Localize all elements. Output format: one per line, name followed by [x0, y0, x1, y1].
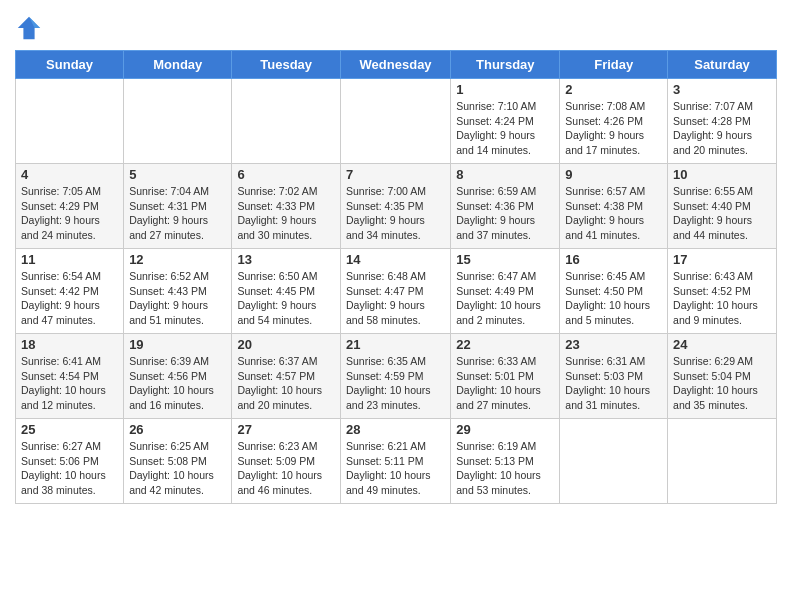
calendar-week-row: 4Sunrise: 7:05 AMSunset: 4:29 PMDaylight… — [16, 164, 777, 249]
day-info: Sunrise: 6:43 AMSunset: 4:52 PMDaylight:… — [673, 269, 771, 328]
day-info: Sunrise: 7:10 AMSunset: 4:24 PMDaylight:… — [456, 99, 554, 158]
day-number: 28 — [346, 422, 445, 437]
day-info: Sunrise: 7:00 AMSunset: 4:35 PMDaylight:… — [346, 184, 445, 243]
weekday-header: Wednesday — [340, 51, 450, 79]
day-number: 20 — [237, 337, 335, 352]
calendar-cell: 10Sunrise: 6:55 AMSunset: 4:40 PMDayligh… — [668, 164, 777, 249]
calendar-cell: 13Sunrise: 6:50 AMSunset: 4:45 PMDayligh… — [232, 249, 341, 334]
calendar-cell: 23Sunrise: 6:31 AMSunset: 5:03 PMDayligh… — [560, 334, 668, 419]
calendar-cell: 6Sunrise: 7:02 AMSunset: 4:33 PMDaylight… — [232, 164, 341, 249]
day-number: 27 — [237, 422, 335, 437]
calendar-cell: 11Sunrise: 6:54 AMSunset: 4:42 PMDayligh… — [16, 249, 124, 334]
day-number: 5 — [129, 167, 226, 182]
calendar-cell: 5Sunrise: 7:04 AMSunset: 4:31 PMDaylight… — [124, 164, 232, 249]
calendar-cell — [340, 79, 450, 164]
day-number: 12 — [129, 252, 226, 267]
day-info: Sunrise: 6:29 AMSunset: 5:04 PMDaylight:… — [673, 354, 771, 413]
day-info: Sunrise: 6:57 AMSunset: 4:38 PMDaylight:… — [565, 184, 662, 243]
calendar-cell: 2Sunrise: 7:08 AMSunset: 4:26 PMDaylight… — [560, 79, 668, 164]
day-number: 14 — [346, 252, 445, 267]
day-number: 25 — [21, 422, 118, 437]
day-number: 9 — [565, 167, 662, 182]
day-info: Sunrise: 6:33 AMSunset: 5:01 PMDaylight:… — [456, 354, 554, 413]
day-number: 8 — [456, 167, 554, 182]
calendar-header-row: SundayMondayTuesdayWednesdayThursdayFrid… — [16, 51, 777, 79]
weekday-header: Tuesday — [232, 51, 341, 79]
calendar-cell: 7Sunrise: 7:00 AMSunset: 4:35 PMDaylight… — [340, 164, 450, 249]
calendar-week-row: 25Sunrise: 6:27 AMSunset: 5:06 PMDayligh… — [16, 419, 777, 504]
calendar-table: SundayMondayTuesdayWednesdayThursdayFrid… — [15, 50, 777, 504]
calendar-week-row: 1Sunrise: 7:10 AMSunset: 4:24 PMDaylight… — [16, 79, 777, 164]
weekday-header: Thursday — [451, 51, 560, 79]
day-number: 19 — [129, 337, 226, 352]
page: SundayMondayTuesdayWednesdayThursdayFrid… — [0, 0, 792, 514]
day-info: Sunrise: 7:02 AMSunset: 4:33 PMDaylight:… — [237, 184, 335, 243]
day-info: Sunrise: 6:21 AMSunset: 5:11 PMDaylight:… — [346, 439, 445, 498]
calendar-cell: 21Sunrise: 6:35 AMSunset: 4:59 PMDayligh… — [340, 334, 450, 419]
day-number: 16 — [565, 252, 662, 267]
day-info: Sunrise: 6:35 AMSunset: 4:59 PMDaylight:… — [346, 354, 445, 413]
calendar-cell: 16Sunrise: 6:45 AMSunset: 4:50 PMDayligh… — [560, 249, 668, 334]
logo — [15, 14, 47, 42]
logo-icon — [15, 14, 43, 42]
day-number: 23 — [565, 337, 662, 352]
day-number: 26 — [129, 422, 226, 437]
day-number: 2 — [565, 82, 662, 97]
day-info: Sunrise: 6:52 AMSunset: 4:43 PMDaylight:… — [129, 269, 226, 328]
calendar-cell: 14Sunrise: 6:48 AMSunset: 4:47 PMDayligh… — [340, 249, 450, 334]
calendar-cell: 17Sunrise: 6:43 AMSunset: 4:52 PMDayligh… — [668, 249, 777, 334]
day-number: 15 — [456, 252, 554, 267]
day-info: Sunrise: 6:45 AMSunset: 4:50 PMDaylight:… — [565, 269, 662, 328]
day-number: 3 — [673, 82, 771, 97]
day-number: 6 — [237, 167, 335, 182]
calendar-cell: 26Sunrise: 6:25 AMSunset: 5:08 PMDayligh… — [124, 419, 232, 504]
day-info: Sunrise: 6:48 AMSunset: 4:47 PMDaylight:… — [346, 269, 445, 328]
calendar-cell — [16, 79, 124, 164]
day-info: Sunrise: 6:23 AMSunset: 5:09 PMDaylight:… — [237, 439, 335, 498]
day-number: 17 — [673, 252, 771, 267]
day-info: Sunrise: 6:50 AMSunset: 4:45 PMDaylight:… — [237, 269, 335, 328]
day-info: Sunrise: 6:59 AMSunset: 4:36 PMDaylight:… — [456, 184, 554, 243]
day-info: Sunrise: 6:27 AMSunset: 5:06 PMDaylight:… — [21, 439, 118, 498]
day-number: 18 — [21, 337, 118, 352]
calendar-cell — [668, 419, 777, 504]
day-info: Sunrise: 6:47 AMSunset: 4:49 PMDaylight:… — [456, 269, 554, 328]
weekday-header: Saturday — [668, 51, 777, 79]
calendar-cell: 8Sunrise: 6:59 AMSunset: 4:36 PMDaylight… — [451, 164, 560, 249]
weekday-header: Friday — [560, 51, 668, 79]
day-number: 1 — [456, 82, 554, 97]
day-info: Sunrise: 7:04 AMSunset: 4:31 PMDaylight:… — [129, 184, 226, 243]
day-info: Sunrise: 7:08 AMSunset: 4:26 PMDaylight:… — [565, 99, 662, 158]
day-info: Sunrise: 6:19 AMSunset: 5:13 PMDaylight:… — [456, 439, 554, 498]
weekday-header: Monday — [124, 51, 232, 79]
day-info: Sunrise: 7:05 AMSunset: 4:29 PMDaylight:… — [21, 184, 118, 243]
calendar-cell: 24Sunrise: 6:29 AMSunset: 5:04 PMDayligh… — [668, 334, 777, 419]
calendar-cell: 12Sunrise: 6:52 AMSunset: 4:43 PMDayligh… — [124, 249, 232, 334]
calendar-cell: 20Sunrise: 6:37 AMSunset: 4:57 PMDayligh… — [232, 334, 341, 419]
day-info: Sunrise: 6:39 AMSunset: 4:56 PMDaylight:… — [129, 354, 226, 413]
day-info: Sunrise: 6:25 AMSunset: 5:08 PMDaylight:… — [129, 439, 226, 498]
day-number: 10 — [673, 167, 771, 182]
day-number: 4 — [21, 167, 118, 182]
day-number: 11 — [21, 252, 118, 267]
calendar-cell: 28Sunrise: 6:21 AMSunset: 5:11 PMDayligh… — [340, 419, 450, 504]
calendar-cell: 25Sunrise: 6:27 AMSunset: 5:06 PMDayligh… — [16, 419, 124, 504]
day-number: 21 — [346, 337, 445, 352]
day-number: 13 — [237, 252, 335, 267]
calendar-cell: 27Sunrise: 6:23 AMSunset: 5:09 PMDayligh… — [232, 419, 341, 504]
day-info: Sunrise: 6:31 AMSunset: 5:03 PMDaylight:… — [565, 354, 662, 413]
calendar-cell: 22Sunrise: 6:33 AMSunset: 5:01 PMDayligh… — [451, 334, 560, 419]
day-number: 24 — [673, 337, 771, 352]
day-info: Sunrise: 6:54 AMSunset: 4:42 PMDaylight:… — [21, 269, 118, 328]
day-info: Sunrise: 7:07 AMSunset: 4:28 PMDaylight:… — [673, 99, 771, 158]
day-number: 7 — [346, 167, 445, 182]
calendar-cell — [560, 419, 668, 504]
day-number: 29 — [456, 422, 554, 437]
day-number: 22 — [456, 337, 554, 352]
calendar-cell — [124, 79, 232, 164]
calendar-cell — [232, 79, 341, 164]
day-info: Sunrise: 6:55 AMSunset: 4:40 PMDaylight:… — [673, 184, 771, 243]
header — [15, 10, 777, 42]
calendar-cell: 1Sunrise: 7:10 AMSunset: 4:24 PMDaylight… — [451, 79, 560, 164]
calendar-cell: 29Sunrise: 6:19 AMSunset: 5:13 PMDayligh… — [451, 419, 560, 504]
